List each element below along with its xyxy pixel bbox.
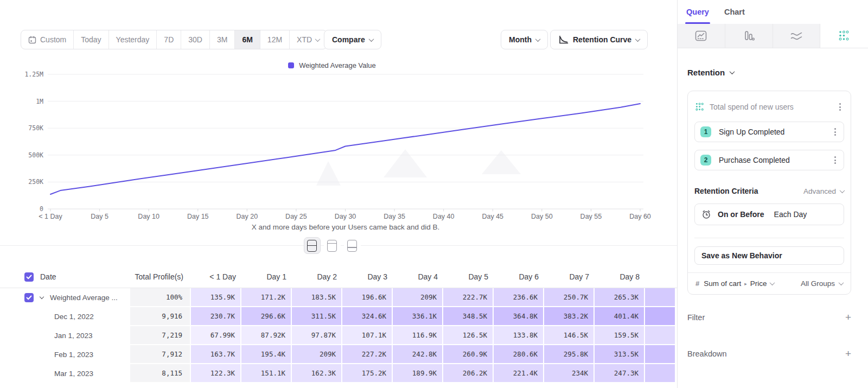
breakdown-label: Breakdown (687, 349, 727, 358)
chevron-down-icon (535, 36, 541, 42)
chevron-down-icon[interactable] (40, 295, 44, 299)
x-tick-label: Day 55 (580, 213, 602, 220)
retention-value-cell: 189.9K (393, 364, 443, 383)
select-all-checkbox[interactable] (24, 272, 34, 282)
chevron-down-icon (839, 280, 844, 285)
range-yesterday-button[interactable]: Yesterday (109, 30, 157, 49)
retention-criteria-header: Retention Criteria Advanced (694, 187, 844, 195)
range-7d-button[interactable]: 7D (157, 30, 181, 49)
behavior-name[interactable]: Total spend of new users (710, 103, 832, 111)
row-label: Dec 1, 2022 (54, 313, 94, 321)
row-checkbox[interactable] (24, 293, 34, 302)
x-tick-label: Day 30 (335, 213, 356, 220)
x-tick-label: Day 40 (433, 213, 455, 220)
tab-query[interactable]: Query (686, 0, 709, 24)
retention-value-cell: 122.3K (191, 364, 241, 383)
tab-chart[interactable]: Chart (724, 0, 745, 24)
retention-curve-icon (558, 35, 569, 44)
retention-tab[interactable] (820, 24, 868, 48)
retention-value-cell: 159.5K (595, 326, 645, 345)
retention-icon (839, 30, 850, 41)
x-tick-label: Day 50 (531, 213, 553, 220)
cell-value: 171.2K (261, 293, 285, 301)
cell-value: 227.2K (362, 350, 386, 358)
add-filter-button[interactable]: + (845, 312, 851, 322)
cell-value: 260.9K (463, 350, 487, 358)
total-profiles-cell: 8,115 (130, 364, 191, 383)
cell-value: 7,912 (162, 350, 182, 358)
retention-section-header[interactable]: Retention (687, 68, 858, 77)
retention-criteria-row[interactable]: On or Before Each Day (694, 203, 844, 225)
retention-value-cell: 183.5K (292, 288, 342, 307)
granularity-button[interactable]: Month (501, 30, 548, 49)
kebab-menu-icon[interactable] (832, 154, 838, 166)
retention-value-cell: 196.6K (342, 288, 393, 307)
row-label-cell[interactable]: Weighted Average ... (0, 288, 130, 307)
retention-value-cell: 97.87K (292, 326, 342, 345)
chart-type-label: Retention Curve (573, 35, 631, 44)
add-breakdown-button[interactable]: + (845, 348, 851, 359)
kebab-menu-icon[interactable] (837, 101, 843, 113)
chart-type-button[interactable]: Retention Curve (550, 30, 648, 49)
column-label: Day 5 (468, 272, 488, 281)
retention-value-cell: 87.92K (241, 326, 292, 345)
column-label: Day 8 (620, 272, 640, 281)
query-builder-panel: Query Chart (677, 0, 868, 388)
retention-value-cell: 175.2K (342, 364, 393, 383)
measure-property-dropdown[interactable]: Sum of cart ▸ Price (704, 279, 796, 288)
row-label-cell[interactable]: Jan 1, 2023 (0, 326, 130, 345)
range-12m-button[interactable]: 12M (260, 30, 290, 49)
range-custom-button[interactable]: Custom (21, 30, 74, 49)
row-label-cell[interactable]: Feb 1, 2023 (0, 345, 130, 364)
funnels-icon (743, 30, 755, 41)
flows-icon (790, 30, 803, 41)
column-label: Day 1 (266, 272, 286, 281)
legend-label: Weighted Average Value (299, 61, 376, 69)
range-6m-button[interactable]: 6M (235, 30, 260, 49)
behavior-step-1[interactable]: 1Sign Up Completed (694, 122, 844, 142)
cell-value: 230.7K (210, 312, 235, 320)
column-label: Total Profile(s) (135, 272, 183, 281)
range-30d-button[interactable]: 30D (181, 30, 210, 49)
range-xtd-button[interactable]: XTD (290, 30, 327, 49)
cell-value: 9,916 (162, 312, 182, 320)
range-3m-button[interactable]: 3M (210, 30, 235, 49)
kebab-menu-icon[interactable] (832, 126, 838, 138)
total-profiles-cell: 7,912 (130, 345, 191, 364)
number-type-icon: # (695, 279, 699, 288)
advanced-dropdown[interactable]: Advanced (803, 187, 844, 195)
behavior-step-2[interactable]: 2Purchase Completed (694, 150, 844, 170)
day-column-header: Day 8 (595, 272, 645, 281)
layout-split-button[interactable] (304, 237, 321, 254)
funnels-tab[interactable] (725, 24, 773, 48)
retention-value-cell: 126.5K (443, 326, 494, 345)
range-today-button[interactable]: Today (74, 30, 108, 49)
retention-value-cell: 206.2K (443, 364, 494, 383)
x-tick-label: Day 60 (629, 213, 651, 220)
layout-table-focus-button[interactable] (344, 237, 361, 254)
y-tick-label: 750K (0, 124, 43, 132)
row-label-cell[interactable]: Mar 1, 2023 (0, 364, 130, 383)
split-layout-icon (307, 240, 317, 252)
row-label-cell[interactable]: Dec 1, 2022 (0, 307, 130, 326)
y-tick-label: 1.25M (0, 71, 43, 78)
retention-value-cell: 67.99K (191, 326, 241, 345)
layout-chart-focus-button[interactable] (324, 237, 341, 254)
y-tick-label: 250K (0, 178, 43, 186)
report-area: CustomTodayYesterday7D30D3M6M12MXTD Comp… (0, 0, 677, 388)
chevron-down-icon (368, 36, 374, 42)
retention-value-cell: 116.9K (393, 326, 443, 345)
date-column-header: Date (0, 272, 130, 282)
retention-value-cell: 107.1K (342, 326, 393, 345)
card-divider (694, 238, 844, 238)
day-column-header: Day 5 (443, 272, 494, 281)
day-column-header: < 1 Day (191, 272, 241, 281)
save-as-new-behavior-button[interactable]: Save as New Behavior (694, 246, 844, 265)
flows-tab[interactable] (773, 24, 821, 48)
insights-tab[interactable] (678, 24, 725, 48)
all-groups-dropdown[interactable]: All Groups (801, 279, 843, 288)
chart-legend: Weighted Average Value (0, 61, 664, 69)
retention-value-cell: 151.1K (241, 364, 292, 383)
chevron-down-icon (769, 280, 775, 285)
compare-button[interactable]: Compare (324, 30, 381, 49)
